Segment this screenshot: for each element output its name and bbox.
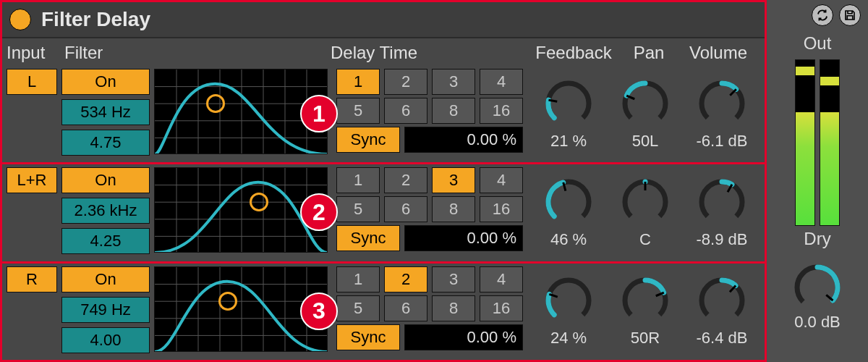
input-select-button[interactable]: L+R [7,167,57,193]
filter-on-toggle[interactable]: On [61,167,150,193]
beat-division-button[interactable]: 3 [432,167,475,193]
beat-division-button[interactable]: 1 [336,167,380,193]
beat-division-button[interactable]: 3 [432,266,475,292]
feedback-value: 46 % [550,230,587,249]
beat-division-button[interactable]: 16 [480,196,523,222]
header-input: Input [7,43,61,64]
volume-value: -8.9 dB [697,230,748,249]
feedback-knob[interactable] [543,177,594,227]
delay-line-1: LOn 534 Hz 4.75 11234 56816 Sync 0.00 % … [2,66,765,162]
beat-division-button[interactable]: 1 [336,69,380,95]
beat-division-button[interactable]: 5 [336,295,380,321]
delay-lines: LOn 534 Hz 4.75 11234 56816 Sync 0.00 % … [2,66,765,360]
beat-division-button[interactable]: 4 [480,69,523,95]
beat-division-button[interactable]: 6 [384,295,427,321]
pan-value: 50L [632,132,659,151]
input-select-button[interactable]: L [7,69,57,95]
save-preset-icon[interactable] [839,4,861,26]
beat-division-button[interactable]: 1 [336,266,380,292]
sync-toggle[interactable]: Sync [336,324,400,350]
beat-division-button[interactable]: 2 [384,266,427,292]
dry-knob[interactable] [792,262,843,313]
time-offset-value[interactable]: 0.00 % [404,127,523,153]
output-meter-left [795,59,815,226]
beat-division-button[interactable]: 16 [480,98,523,124]
svg-line-11 [548,100,557,101]
hot-swap-icon[interactable] [812,4,833,26]
output-panel: Out Dry 0.0 dB [767,0,868,362]
filter-on-toggle[interactable]: On [61,266,150,292]
pan-knob[interactable] [620,78,671,129]
sync-toggle[interactable]: Sync [336,127,400,153]
delay-line-2: L+ROn 2.36 kHz 4.25 21234 56816 Sync 0.0… [2,162,765,261]
header-feedback: Feedback [530,43,617,64]
volume-value: -6.1 dB [697,132,748,151]
side-toolbar [767,4,868,30]
dry-label: Dry [804,229,830,249]
output-label: Out [804,33,832,54]
header-pan: Pan [617,43,681,64]
output-meter-right [820,59,840,226]
volume-knob[interactable] [697,275,747,326]
input-select-button[interactable]: R [7,266,57,292]
output-meters [795,59,840,226]
sync-toggle[interactable]: Sync [336,225,400,251]
beat-division-button[interactable]: 16 [480,295,523,321]
annotation-badge: 1 [300,95,338,132]
title-bar: Filter Delay [2,2,765,38]
beat-division-button[interactable]: 6 [384,196,427,222]
filter-q-value[interactable]: 4.00 [61,327,150,353]
beat-division-button[interactable]: 4 [480,167,523,193]
pan-value: C [639,230,651,249]
feedback-knob[interactable] [543,275,594,326]
filter-q-value[interactable]: 4.75 [61,130,150,156]
pan-knob[interactable] [620,177,671,227]
beat-division-button[interactable]: 3 [432,69,475,95]
main-panel: Filter Delay Input Filter Delay Time Fee… [0,0,767,362]
time-offset-value[interactable]: 0.00 % [404,225,523,251]
feedback-value: 24 % [550,329,587,348]
pan-knob[interactable] [620,275,671,326]
feedback-value: 21 % [550,132,587,151]
beat-division-button[interactable]: 2 [384,167,427,193]
beat-division-button[interactable]: 2 [384,69,427,95]
beat-division-button[interactable]: 6 [384,98,427,124]
beat-division-button[interactable]: 5 [336,98,380,124]
annotation-badge: 2 [300,193,338,231]
beat-division-button[interactable]: 8 [432,98,475,124]
device-title: Filter Delay [41,8,150,31]
volume-knob[interactable] [697,78,747,129]
beat-division-button[interactable]: 4 [480,266,523,292]
filter-freq-value[interactable]: 749 Hz [61,297,150,323]
feedback-knob[interactable] [543,78,594,129]
header-delay: Delay Time [331,43,530,64]
filter-freq-value[interactable]: 2.36 kHz [61,198,150,224]
svg-line-13 [730,89,736,95]
svg-line-41 [730,286,736,292]
column-headers: Input Filter Delay Time Feedback Pan Vol… [2,38,765,66]
dry-value: 0.0 dB [794,313,841,332]
filter-q-value[interactable]: 4.25 [61,228,150,254]
header-volume: Volume [681,43,756,64]
time-offset-value[interactable]: 0.00 % [404,324,523,350]
annotation-badge: 3 [300,292,338,330]
header-filter: Filter [61,43,331,64]
device-power-toggle[interactable] [9,9,31,30]
filter-delay-device: Filter Delay Input Filter Delay Time Fee… [0,0,868,362]
beat-division-button[interactable]: 8 [432,196,475,222]
beat-division-button[interactable]: 5 [336,196,380,222]
pan-value: 50R [631,329,660,348]
beat-division-button[interactable]: 8 [432,295,475,321]
volume-knob[interactable] [697,177,747,227]
filter-freq-value[interactable]: 534 Hz [61,99,150,125]
delay-line-3: ROn 749 Hz 4.00 31234 56816 Sync 0.00 % … [2,261,765,360]
filter-on-toggle[interactable]: On [61,69,150,95]
volume-value: -6.4 dB [697,329,748,348]
